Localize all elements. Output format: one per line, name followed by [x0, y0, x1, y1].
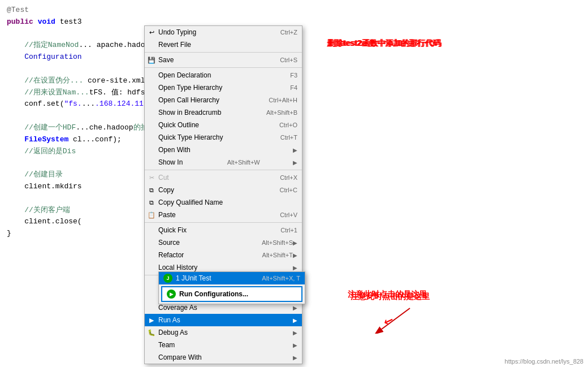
- junit-icon: J: [163, 274, 172, 283]
- sep-4: [145, 222, 302, 223]
- save-icon: 💾: [147, 55, 156, 64]
- run-as-icon: ▶: [147, 316, 156, 325]
- menu-team[interactable]: Team ▶: [145, 339, 302, 351]
- menu-compare-with[interactable]: Compare With ▶: [145, 351, 302, 364]
- watermark: https://blog.csdn.net/lys_828: [505, 358, 583, 365]
- paste-icon: 📋: [147, 210, 156, 219]
- copy-icon: ⧉: [147, 185, 156, 195]
- menu-revert[interactable]: Revert File: [145, 38, 302, 51]
- run-as-submenu: J 1 JUnit Test Alt+Shift+X, T ▶ Run Conf…: [158, 271, 305, 304]
- menu-quick-type-hierarchy[interactable]: Quick Type Hierarchy Ctrl+T: [145, 131, 302, 144]
- run-config-icon: ▶: [167, 290, 176, 299]
- sep-2: [145, 67, 302, 68]
- delete-hint-text: 删除test2函数中添加的那行代码: [327, 38, 440, 49]
- arrow-svg: [370, 305, 416, 334]
- menu-open-with[interactable]: Open With ▶: [145, 144, 302, 156]
- menu-undo[interactable]: ↩ Undo Typing Ctrl+Z: [145, 26, 302, 38]
- debug-as-icon: 🐛: [147, 328, 156, 337]
- menu-save[interactable]: 💾 Save Ctrl+S: [145, 54, 302, 66]
- menu-cut[interactable]: ✂ Cut Ctrl+X: [145, 171, 302, 184]
- menu-show-breadcrumb[interactable]: Show in Breadcrumb Alt+Shift+B: [145, 106, 302, 119]
- code-line-1: @Test: [7, 5, 581, 16]
- submenu-run-configurations[interactable]: ▶ Run Configurations...: [161, 286, 302, 302]
- menu-copy-qualified[interactable]: ⧉ Copy Qualified Name: [145, 196, 302, 209]
- menu-debug-as[interactable]: 🐛 Debug As ▶: [145, 326, 302, 339]
- menu-quick-fix[interactable]: Quick Fix Ctrl+1: [145, 224, 302, 236]
- menu-open-type-hierarchy[interactable]: Open Type Hierarchy F4: [145, 81, 302, 94]
- click-hint-text: 注意此时点击的是这里: [348, 290, 427, 300]
- menu-open-declaration[interactable]: Open Declaration F3: [145, 69, 302, 81]
- menu-refactor[interactable]: Refactor Alt+Shift+T ▶: [145, 249, 302, 261]
- cut-icon: ✂: [147, 173, 156, 182]
- undo-icon: ↩: [147, 28, 156, 37]
- submenu-junit-test[interactable]: J 1 JUnit Test Alt+Shift+X, T: [159, 272, 305, 284]
- menu-open-call-hierarchy[interactable]: Open Call Hierarchy Ctrl+Alt+H: [145, 94, 302, 106]
- menu-show-in[interactable]: Show In Alt+Shift+W ▶: [145, 156, 302, 169]
- menu-quick-outline[interactable]: Quick Outline Ctrl+O: [145, 119, 302, 131]
- svg-line-1: [382, 308, 410, 329]
- menu-source[interactable]: Source Alt+Shift+S ▶: [145, 236, 302, 249]
- copy2-icon: ⧉: [147, 198, 156, 207]
- menu-paste[interactable]: 📋 Paste Ctrl+V: [145, 209, 302, 221]
- menu-run-as[interactable]: ▶ Run As ▶: [145, 314, 302, 326]
- context-menu: ↩ Undo Typing Ctrl+Z Revert File 💾 Save …: [144, 25, 302, 364]
- menu-copy[interactable]: ⧉ Copy Ctrl+C: [145, 184, 302, 196]
- sep-1: [145, 52, 302, 53]
- sep-3: [145, 170, 302, 170]
